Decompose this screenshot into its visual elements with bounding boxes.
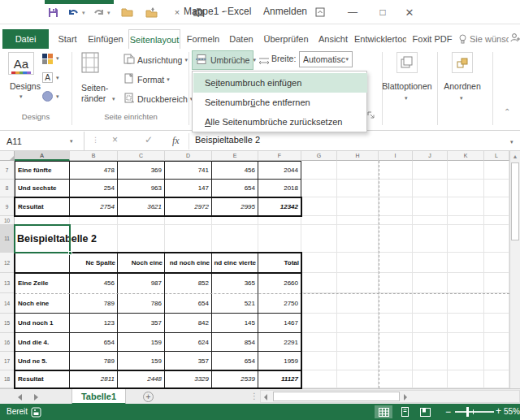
hscroll-left-icon[interactable] <box>264 394 267 401</box>
column-header-J[interactable]: J <box>413 151 448 161</box>
sign-in-link[interactable]: Anmelden <box>263 6 307 17</box>
cell-B10[interactable] <box>70 216 118 225</box>
cell-E11[interactable] <box>212 225 258 253</box>
width-dropdown[interactable]: Automatisch ▾ <box>299 51 353 67</box>
cell-H9[interactable] <box>337 197 379 216</box>
cell-J14[interactable] <box>413 293 448 314</box>
cell-L8[interactable] <box>484 180 509 197</box>
cell-C16[interactable]: 159 <box>118 333 165 352</box>
row-header-8[interactable]: 8 <box>0 180 15 197</box>
cell-K11[interactable] <box>448 225 484 253</box>
row-header-9[interactable]: 9 <box>0 197 15 216</box>
cell-D12[interactable]: nd noch eine <box>165 253 212 273</box>
cell-A10[interactable] <box>15 216 70 225</box>
cell-I18[interactable] <box>379 370 413 388</box>
cell-H18[interactable] <box>337 370 379 388</box>
margins-dropdown-icon[interactable]: ▾ <box>112 96 115 102</box>
zoom-out-button[interactable]: − <box>445 406 451 418</box>
column-header-C[interactable]: C <box>118 151 165 161</box>
cell-A16[interactable]: Und die 4. <box>15 333 70 352</box>
cell-B14[interactable]: 789 <box>70 293 118 314</box>
close-doc-icon[interactable]: × <box>171 6 184 19</box>
share-person-icon[interactable] <box>510 32 520 46</box>
designs-button-label[interactable]: Designs <box>10 81 41 91</box>
column-header-H[interactable]: H <box>337 151 379 161</box>
cell-K12[interactable] <box>448 253 484 273</box>
column-header-L[interactable]: L <box>484 151 509 161</box>
column-header-I[interactable]: I <box>379 151 413 161</box>
cell-I17[interactable] <box>379 352 413 370</box>
cell-C8[interactable]: 963 <box>118 180 165 197</box>
cell-A12[interactable] <box>15 253 70 273</box>
cell-A17[interactable]: Und ne 5. <box>15 352 70 370</box>
row-header-15[interactable]: 15 <box>0 314 15 333</box>
redo-icon[interactable] <box>92 6 105 19</box>
sheet-options-label[interactable]: Blattoptionen <box>379 81 436 91</box>
row-header-13[interactable]: 13 <box>0 273 15 293</box>
cell-I9[interactable] <box>379 197 413 216</box>
cell-A8[interactable]: Und sechste <box>15 180 70 197</box>
undo-dropdown-icon[interactable]: ▾ <box>82 10 88 16</box>
cell-E17[interactable]: 654 <box>212 352 258 370</box>
cell-B13[interactable]: 456 <box>70 273 118 293</box>
cell-L11[interactable] <box>484 225 509 253</box>
column-header-G[interactable]: G <box>301 151 337 161</box>
cell-K18[interactable] <box>448 370 484 388</box>
cell-C12[interactable]: Noch eine <box>118 253 165 273</box>
margins-label-line2[interactable]: ränder <box>81 93 106 103</box>
cell-I15[interactable] <box>379 314 413 333</box>
cell-C15[interactable]: 357 <box>118 314 165 333</box>
cell-D13[interactable]: 852 <box>165 273 212 293</box>
arrange-dropdown-icon[interactable]: ▾ <box>460 95 463 102</box>
cell-I14[interactable] <box>379 293 413 314</box>
cell-K10[interactable] <box>448 216 484 225</box>
cell-G12[interactable] <box>301 253 337 273</box>
cell-D7[interactable]: 741 <box>165 161 212 180</box>
cell-I8[interactable] <box>379 180 413 197</box>
row-header-14[interactable]: 14 <box>0 293 15 314</box>
tab-entwicklertools[interactable]: Entwicklertools <box>354 29 406 49</box>
cell-F18[interactable]: 11127 <box>258 370 301 388</box>
cell-C13[interactable]: 987 <box>118 273 165 293</box>
cell-L7[interactable] <box>484 161 509 180</box>
hscroll-right-icon[interactable] <box>404 394 407 401</box>
close-button[interactable]: ✕ <box>402 5 417 19</box>
cell-G8[interactable] <box>301 180 337 197</box>
cell-K16[interactable] <box>448 333 484 352</box>
cell-B16[interactable]: 654 <box>70 333 118 352</box>
column-header-D[interactable]: D <box>165 151 212 161</box>
row-header-11[interactable]: 11 <box>0 225 15 253</box>
cell-F10[interactable] <box>258 216 301 225</box>
vertical-scroll-thumb[interactable] <box>511 162 519 240</box>
cell-L18[interactable] <box>484 370 509 388</box>
cell-B7[interactable]: 478 <box>70 161 118 180</box>
cell-A14[interactable]: Noch eine <box>15 293 70 314</box>
cell-L12[interactable] <box>484 253 509 273</box>
cell-D17[interactable]: 357 <box>165 352 212 370</box>
cell-D10[interactable] <box>165 216 212 225</box>
maximize-button[interactable]: □ <box>375 5 390 19</box>
cell-B9[interactable]: 2754 <box>70 197 118 216</box>
cell-C17[interactable]: 159 <box>118 352 165 370</box>
cell-F11[interactable] <box>258 225 301 253</box>
cell-E9[interactable]: 2995 <box>212 197 258 216</box>
tab-start[interactable]: Start <box>54 29 81 49</box>
cell-J9[interactable] <box>413 197 448 216</box>
column-header-B[interactable]: B <box>70 151 118 161</box>
cell-D14[interactable]: 654 <box>165 293 212 314</box>
cell-F12[interactable]: Total <box>258 253 301 273</box>
cell-G9[interactable] <box>301 197 337 216</box>
cell-B17[interactable]: 789 <box>70 352 118 370</box>
view-page-break-preview-button[interactable] <box>416 405 434 418</box>
tab-ansicht[interactable]: Ansicht <box>315 29 351 49</box>
horizontal-scrollbar[interactable] <box>260 390 520 403</box>
cell-E18[interactable]: 2539 <box>212 370 258 388</box>
cell-H15[interactable] <box>337 314 379 333</box>
cell-J11[interactable] <box>413 225 448 253</box>
cell-B18[interactable]: 2811 <box>70 370 118 388</box>
format-button[interactable]: Format ▾ <box>124 72 170 87</box>
tab-foxit-pdf[interactable]: Foxit PDF <box>410 29 455 49</box>
menu-item-insert-page-break[interactable]: Seitenumbruch einfügen <box>193 73 367 93</box>
cell-H17[interactable] <box>337 352 379 370</box>
cell-J12[interactable] <box>413 253 448 273</box>
